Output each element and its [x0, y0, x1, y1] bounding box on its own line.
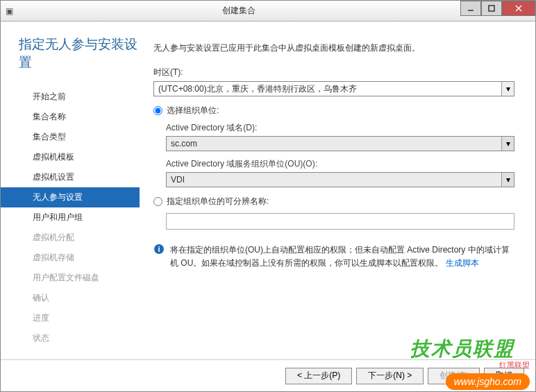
create-button: 创建(C): [428, 368, 480, 384]
page-title: 指定无人参与安装设置: [1, 35, 140, 87]
timezone-value: (UTC+08:00)北京，重庆，香港特别行政区，乌鲁木齐: [154, 83, 501, 95]
close-button[interactable]: [502, 1, 535, 16]
minimize-button[interactable]: [460, 1, 481, 16]
maximize-button[interactable]: [481, 1, 502, 16]
specify-dn-label[interactable]: 指定组织单位的可分辨名称:: [167, 196, 269, 207]
chevron-down-icon: ▾: [501, 173, 514, 187]
ad-domain-value: sc.com: [167, 139, 501, 148]
wizard-step: 状态: [1, 328, 140, 348]
chevron-down-icon: ▾: [501, 137, 514, 151]
sidebar: 指定无人参与安装设置 开始之前集合名称集合类型虚拟机模板虚拟机设置无人参与设置用…: [1, 22, 140, 359]
specify-dn-radio[interactable]: [153, 197, 162, 206]
info-icon: i: [153, 244, 165, 255]
window-buttons: [460, 1, 535, 16]
generate-script-link[interactable]: 生成脚本: [446, 258, 479, 268]
titlebar: ▣ 创建集合: [1, 1, 535, 22]
main-panel: 无人参与安装设置已应用于此集合中从虚拟桌面模板创建的新虚拟桌面。 时区(T): …: [140, 22, 535, 359]
ad-ou-value: VDI: [167, 175, 501, 185]
wizard-step[interactable]: 虚拟机设置: [1, 167, 140, 187]
dn-input[interactable]: [166, 213, 514, 230]
wizard-step[interactable]: 开始之前: [1, 87, 140, 107]
wizard-steps: 开始之前集合名称集合类型虚拟机模板虚拟机设置无人参与设置用户和用户组虚拟机分配虚…: [1, 87, 140, 348]
ad-ou-label: Active Directory 域服务组织单位(OU)(O):: [166, 158, 514, 170]
chevron-down-icon: ▾: [501, 82, 514, 96]
svg-text:i: i: [158, 245, 160, 253]
footer: < 上一步(P) 下一步(N) > 创建(C) 取消: [1, 359, 535, 391]
select-ou-label[interactable]: 选择组织单位:: [167, 105, 219, 117]
select-ou-radio[interactable]: [153, 106, 162, 115]
wizard-step[interactable]: 无人参与设置: [1, 187, 140, 207]
wizard-step: 用户配置文件磁盘: [1, 268, 140, 288]
ad-domain-dropdown[interactable]: sc.com ▾: [166, 136, 514, 151]
info-box: i 将在指定的组织单位(OU)上自动配置相应的权限；但未自动配置 Active …: [153, 244, 514, 270]
timezone-label: 时区(T):: [153, 67, 514, 78]
window-title: 创建集合: [17, 5, 460, 17]
wizard-step: 进度: [1, 308, 140, 328]
ad-ou-dropdown[interactable]: VDI ▾: [166, 172, 514, 187]
wizard-step[interactable]: 集合名称: [1, 107, 140, 127]
wizard-step: 虚拟机分配: [1, 228, 140, 248]
app-icon: ▣: [1, 6, 17, 16]
previous-button[interactable]: < 上一步(P): [285, 368, 352, 384]
cancel-button[interactable]: 取消: [484, 368, 524, 384]
next-button[interactable]: 下一步(N) >: [356, 368, 424, 384]
ad-domain-label: Active Directory 域名(D):: [166, 122, 514, 134]
wizard-step[interactable]: 集合类型: [1, 127, 140, 147]
wizard-step[interactable]: 用户和用户组: [1, 207, 140, 228]
wizard-step: 确认: [1, 288, 140, 308]
timezone-dropdown[interactable]: (UTC+08:00)北京，重庆，香港特别行政区，乌鲁木齐 ▾: [153, 81, 514, 96]
wizard-step[interactable]: 虚拟机模板: [1, 147, 140, 167]
svg-rect-1: [489, 6, 494, 11]
wizard-step: 虚拟机存储: [1, 248, 140, 268]
description-text: 无人参与安装设置已应用于此集合中从虚拟桌面模板创建的新虚拟桌面。: [153, 42, 514, 54]
